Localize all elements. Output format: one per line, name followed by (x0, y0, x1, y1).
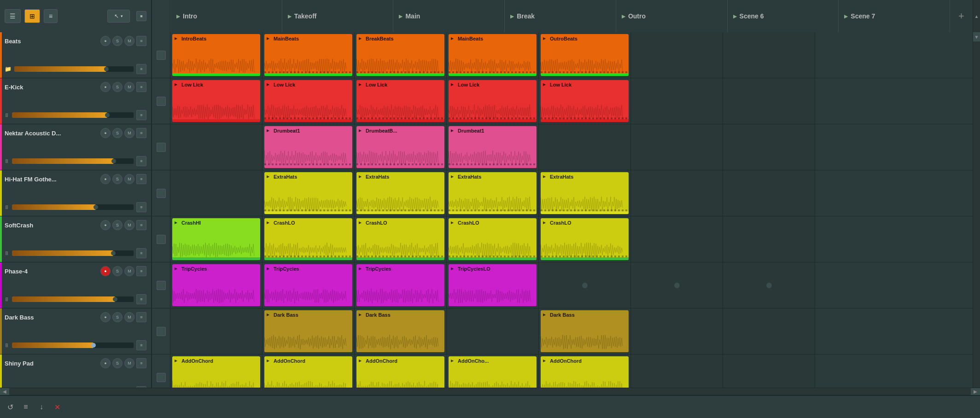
track-solo-btn-5[interactable]: S (112, 266, 122, 276)
track-options-btn-7[interactable]: ≡ (136, 386, 146, 388)
clip-cell-3-1[interactable]: ▶ExtraHats (262, 170, 355, 216)
track-menu-btn-2[interactable]: ≡ (136, 128, 146, 138)
clip-cell-7-3[interactable]: ▶AddOnCho... (447, 354, 539, 388)
track-volume-bar-1[interactable] (12, 112, 134, 118)
back-btn[interactable]: ↺ (5, 401, 16, 412)
scene-header-scene7[interactable]: ▶Scene 7 (838, 0, 950, 32)
stop-btn[interactable]: ■ (136, 11, 146, 21)
clip-cell-0-5[interactable] (631, 32, 723, 78)
right-scrollbar[interactable]: ▼ (973, 32, 980, 388)
track-options-btn-1[interactable]: ≡ (136, 110, 146, 120)
clip-cell-1-2[interactable]: ▶Low Lick (355, 78, 447, 124)
clip-cell-0-3[interactable]: ▶MainBeats (447, 32, 539, 78)
track-solo-btn-3[interactable]: S (112, 174, 122, 184)
clip-cell-2-2[interactable]: ▶DrumbeatB... (355, 124, 447, 170)
clip-cell-5-1[interactable]: ▶TripCycles (262, 262, 355, 308)
clip-cell-3-5[interactable] (631, 170, 723, 216)
track-menu-btn-6[interactable]: ≡ (136, 312, 146, 322)
track-volume-bar-5[interactable] (12, 296, 134, 302)
clip-cell-1-0[interactable]: ▶Low Lick (170, 78, 262, 124)
clip-cell-2-1[interactable]: ▶Drumbeat1 (262, 124, 355, 170)
track-options-btn-0[interactable]: ≡ (136, 64, 146, 74)
scene-header-intro[interactable]: ▶Intro (170, 0, 282, 32)
clip-cell-4-2[interactable]: ▶CrashLO (355, 216, 447, 262)
track-options-btn-2[interactable]: ≡ (136, 156, 146, 166)
clip-cell-4-0[interactable]: ▶CrashHI (170, 216, 262, 262)
track-mute-btn-7[interactable]: M (124, 358, 134, 368)
list-view-btn[interactable]: ☰ (5, 9, 21, 23)
clip-cell-5-6[interactable] (723, 262, 815, 308)
track-mute-btn-4[interactable]: M (124, 220, 134, 230)
track-mute-btn-2[interactable]: M (124, 128, 134, 138)
scene-trigger-btn-4[interactable] (157, 235, 166, 244)
track-volume-bar-4[interactable] (12, 250, 134, 256)
clip-cell-0-6[interactable] (723, 32, 815, 78)
clip-cell-6-0[interactable] (170, 308, 262, 354)
clip-cell-7-0[interactable]: ▶AddOnChord (170, 354, 262, 388)
scene-trigger-btn-7[interactable] (157, 373, 166, 382)
track-solo-btn-4[interactable]: S (112, 220, 122, 230)
clip-cell-6-6[interactable] (723, 308, 815, 354)
clip-cell-4-1[interactable]: ▶CrashLO (262, 216, 355, 262)
clip-cell-6-5[interactable] (631, 308, 723, 354)
track-solo-btn-2[interactable]: S (112, 128, 122, 138)
clip-cell-2-4[interactable] (539, 124, 631, 170)
clip-cell-0-2[interactable]: ▶BreakBeats (355, 32, 447, 78)
scene-trigger-btn-5[interactable] (157, 281, 166, 290)
track-rec-btn-1[interactable]: ● (100, 82, 111, 92)
scene-trigger-btn-3[interactable] (157, 189, 166, 198)
clip-cell-7-4[interactable]: ▶AddOnChord (539, 354, 631, 388)
clip-cell-7-6[interactable] (723, 354, 815, 388)
clip-cell-4-3[interactable]: ▶CrashLO (447, 216, 539, 262)
clip-cell-5-3[interactable]: ▶TripCyclesLO (447, 262, 539, 308)
clip-cell-5-4[interactable] (539, 262, 631, 308)
clip-cell-1-6[interactable] (723, 78, 815, 124)
clip-cell-3-6[interactable] (723, 170, 815, 216)
grid-view-btn[interactable]: ⊞ (24, 9, 40, 23)
clip-cell-5-5[interactable] (631, 262, 723, 308)
scene-trigger-btn-6[interactable] (157, 327, 166, 336)
clip-cell-3-3[interactable]: ▶ExtraHats (447, 170, 539, 216)
clip-cell-3-0[interactable] (170, 170, 262, 216)
clip-cell-1-4[interactable]: ▶Low Lick (539, 78, 631, 124)
scroll-down-arrow[interactable]: ▼ (973, 32, 980, 41)
track-mute-btn-3[interactable]: M (124, 174, 134, 184)
close-btn[interactable]: ✕ (52, 401, 63, 412)
scene-trigger-btn-1[interactable] (157, 97, 166, 106)
hscroll-right-arrow[interactable]: ▶ (971, 388, 980, 395)
track-mute-btn-1[interactable]: M (124, 82, 134, 92)
clip-cell-5-0[interactable]: ▶TripCycles (170, 262, 262, 308)
track-rec-btn-0[interactable]: ● (100, 36, 111, 46)
track-rec-btn-2[interactable]: ● (100, 128, 111, 138)
track-options-btn-4[interactable]: ≡ (136, 248, 146, 258)
scene-trigger-btn-2[interactable] (157, 143, 166, 152)
equal-view-btn[interactable]: ≡ (44, 9, 58, 23)
track-solo-btn-6[interactable]: S (112, 312, 122, 322)
scene-header-scene6[interactable]: ▶Scene 6 (727, 0, 839, 32)
clip-cell-4-4[interactable]: ▶CrashLO (539, 216, 631, 262)
track-menu-btn-3[interactable]: ≡ (136, 174, 146, 184)
track-rec-btn-7[interactable]: ● (100, 358, 111, 368)
track-volume-bar-0[interactable] (14, 66, 134, 72)
clip-cell-6-4[interactable]: ▶Dark Bass (539, 308, 631, 354)
track-menu-btn-7[interactable]: ≡ (136, 358, 146, 368)
clip-cell-1-5[interactable] (631, 78, 723, 124)
scroll-up-arrow[interactable]: ▲ (974, 14, 979, 19)
clip-cell-2-3[interactable]: ▶Drumbeat1 (447, 124, 539, 170)
track-volume-bar-2[interactable] (12, 158, 134, 164)
clip-cell-3-4[interactable]: ▶ExtraHats (539, 170, 631, 216)
scene-header-main[interactable]: ▶Main (393, 0, 504, 32)
track-options-btn-3[interactable]: ≡ (136, 202, 146, 212)
track-volume-bar-3[interactable] (12, 204, 134, 210)
track-solo-btn-1[interactable]: S (112, 82, 122, 92)
clip-cell-6-2[interactable]: ▶Dark Bass (355, 308, 447, 354)
clip-cell-0-0[interactable]: ▶IntroBeats (170, 32, 262, 78)
track-volume-bar-6[interactable] (12, 343, 134, 348)
track-rec-btn-4[interactable]: ● (100, 220, 111, 230)
track-solo-btn-0[interactable]: S (112, 36, 122, 46)
folder-icon[interactable]: 📁 (5, 66, 12, 72)
scene-header-outro[interactable]: ▶Outro (616, 0, 727, 32)
clip-cell-6-1[interactable]: ▶Dark Bass (262, 308, 355, 354)
clip-cell-2-0[interactable] (170, 124, 262, 170)
track-rec-btn-6[interactable]: ● (100, 312, 111, 322)
